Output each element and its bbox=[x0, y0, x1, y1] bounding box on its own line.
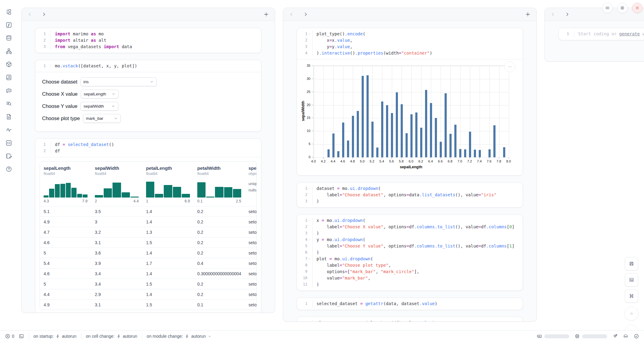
code-editor[interactable]: 1plot_type = getattr(alt.Chart(df), plot… bbox=[297, 317, 523, 322]
dropdown-choose-x-value[interactable]: sepalLength bbox=[81, 90, 119, 98]
dropdown-choose-dataset[interactable]: iris bbox=[80, 77, 157, 86]
sidebar-packages-button[interactable] bbox=[4, 60, 13, 69]
code-line[interactable]: 2 x=x.value, bbox=[297, 37, 519, 44]
add-cell-icon[interactable] bbox=[263, 11, 269, 17]
code-editor[interactable]: 1df = selected_dataset()2df bbox=[35, 139, 261, 157]
column-prev-icon[interactable] bbox=[289, 12, 294, 17]
code-line[interactable]: 1 Start coding or generate with AI. bbox=[559, 31, 644, 37]
column-header-petalLength[interactable]: petalLengthfloat6416.9 bbox=[142, 162, 194, 206]
save-button[interactable] bbox=[625, 257, 638, 270]
menu-button[interactable] bbox=[602, 3, 613, 13]
code-line[interactable]: 1df = selected_dataset() bbox=[35, 141, 257, 148]
code-line[interactable]: 2 label="Choose dataset", options=data.l… bbox=[297, 192, 519, 198]
code-line[interactable]: 3from vega_datasets import data bbox=[35, 44, 257, 50]
code-line[interactable]: 3) bbox=[297, 198, 519, 205]
code-editor[interactable]: 1plot_type().encode(2 x=x.value,3 y=y.va… bbox=[297, 28, 523, 59]
code-line[interactable]: 4y = mo.ui.dropdown( bbox=[297, 237, 519, 243]
code-editor[interactable]: 1 Start coding or generate with AI. bbox=[559, 28, 644, 40]
table-row[interactable]: 4.93.11.50.1setosa bbox=[40, 299, 257, 310]
column-prev-icon[interactable] bbox=[27, 12, 33, 17]
fold-chevron-icon[interactable] bbox=[308, 187, 311, 190]
fold-chevron-icon[interactable] bbox=[308, 257, 311, 261]
sidebar-scratchpad-button[interactable] bbox=[4, 151, 13, 161]
code-line[interactable]: 2df bbox=[35, 148, 257, 154]
sidebar-file-tree-button[interactable] bbox=[4, 7, 13, 16]
table-row[interactable]: 4.63.11.50.2setosa bbox=[40, 237, 257, 248]
code-line[interactable]: 10 value="mark_bar", bbox=[297, 275, 519, 281]
code-line[interactable]: 8 label="Choose plot type", bbox=[297, 262, 519, 269]
dropdown-choose-y-value[interactable]: sepalWidth bbox=[80, 102, 118, 111]
column-header-petalWidth[interactable]: petalWidthfloat640.12.5 bbox=[194, 162, 245, 206]
code-editor[interactable]: 1mo.vstack([dataset, x, y, plot]) bbox=[35, 60, 261, 72]
ai-assist-button[interactable] bbox=[612, 333, 618, 339]
code-line[interactable]: 2 label="Choose X value", options=df.col… bbox=[297, 224, 519, 230]
code-editor[interactable]: 1x = mo.ui.dropdown(2 label="Choose X va… bbox=[297, 215, 523, 290]
code-line[interactable]: 1import marimo as mo bbox=[35, 31, 257, 37]
sidebar-datasources-button[interactable] bbox=[4, 34, 13, 43]
sidebar-help-button[interactable] bbox=[4, 165, 13, 174]
column-header-sepalLength[interactable]: sepalLengthfloat644.37.9 bbox=[40, 162, 91, 206]
code-line[interactable]: 3 y=y.value, bbox=[297, 44, 519, 50]
sidebar-documentation-button[interactable] bbox=[4, 73, 13, 82]
shutdown-button[interactable] bbox=[632, 3, 642, 13]
code-line[interactable]: 3) bbox=[297, 230, 519, 237]
copilot-button[interactable] bbox=[623, 333, 628, 339]
add-cell-icon[interactable] bbox=[525, 11, 531, 17]
line-number: 1 bbox=[297, 31, 313, 37]
column-next-icon[interactable] bbox=[564, 12, 570, 17]
code-line[interactable]: 9 options=["mark_bar", "mark_circle"], bbox=[297, 269, 519, 275]
table-row[interactable]: 5.13.51.40.2setosa bbox=[40, 206, 257, 216]
code-line[interactable]: 4).interactive().properties(width="conta… bbox=[297, 50, 519, 56]
sidebar-snippets-button[interactable] bbox=[4, 112, 13, 121]
code-line[interactable]: 1mo.vstack([dataset, x, y, plot]) bbox=[35, 63, 257, 69]
column-next-icon[interactable] bbox=[41, 12, 47, 17]
code-line[interactable]: 2import altair as alt bbox=[35, 37, 257, 44]
layout-button[interactable] bbox=[625, 273, 638, 287]
errors-button[interactable]: 0 bbox=[5, 333, 14, 339]
code-line[interactable]: 1plot_type = getattr(alt.Chart(df), plot… bbox=[297, 320, 519, 322]
code-line[interactable]: 7plot = mo.ui.dropdown( bbox=[297, 256, 519, 262]
table-row[interactable]: 5.43.91.70.4setosa bbox=[40, 258, 257, 268]
sidebar-tracing-button[interactable] bbox=[4, 125, 13, 134]
table-row[interactable]: 4.42.91.40.2setosa bbox=[40, 289, 257, 299]
column-header-species[interactable]: speciesobjectunique:nulls: bbox=[245, 162, 257, 206]
code-line[interactable]: 1dataset = mo.ui.dropdown( bbox=[297, 185, 519, 192]
sidebar-logs-button[interactable] bbox=[4, 99, 13, 108]
table-row[interactable]: 53.41.50.2setosa bbox=[40, 279, 257, 289]
fold-chevron-icon[interactable] bbox=[308, 219, 311, 222]
stop-button[interactable] bbox=[624, 307, 639, 321]
column-next-icon[interactable] bbox=[303, 12, 308, 17]
sidebar-dependencies-button[interactable] bbox=[4, 47, 13, 56]
terminal-button[interactable] bbox=[19, 333, 24, 339]
code-editor[interactable]: 1selected_dataset = getattr(data, datase… bbox=[297, 298, 523, 310]
fold-chevron-icon[interactable] bbox=[308, 32, 311, 36]
shortcuts-button[interactable] bbox=[625, 289, 638, 303]
chart-plot-area[interactable] bbox=[313, 66, 509, 158]
connection-status-button[interactable] bbox=[634, 333, 639, 339]
dropdown-choose-plot-type[interactable]: mark_bar bbox=[83, 114, 121, 123]
code-editor[interactable]: 1import marimo as mo2import altair as al… bbox=[35, 28, 261, 53]
sidebar-ai-chat-button[interactable] bbox=[4, 86, 13, 95]
code-line[interactable]: 1x = mo.ui.dropdown( bbox=[297, 217, 519, 224]
table-row[interactable]: 53.61.40.2setosa bbox=[40, 248, 257, 258]
settings-button[interactable] bbox=[617, 3, 628, 13]
sidebar-code-block-button[interactable] bbox=[4, 138, 13, 148]
table-row[interactable]: 4.931.40.2setosa bbox=[40, 216, 257, 227]
fold-chevron-icon[interactable] bbox=[308, 238, 311, 241]
generate-with-ai-link[interactable]: generate bbox=[619, 31, 640, 36]
autorun-setting[interactable]: on cell change:autorun bbox=[86, 334, 137, 339]
sidebar-functions-button[interactable] bbox=[4, 20, 13, 30]
autorun-setting[interactable]: on startup:autorun bbox=[34, 334, 77, 339]
chart-actions-button[interactable] bbox=[504, 61, 515, 72]
column-header-sepalWidth[interactable]: sepalWidthfloat6424.4 bbox=[91, 162, 142, 206]
table-row[interactable]: 4.73.21.30.2setosa bbox=[40, 227, 257, 237]
code-line[interactable]: 6) bbox=[297, 249, 519, 256]
code-line[interactable]: 11) bbox=[297, 281, 519, 288]
code-editor[interactable]: 1dataset = mo.ui.dropdown(2 label="Choos… bbox=[297, 183, 523, 207]
table-row[interactable]: 4.63.41.40.30000000000000004setosa bbox=[40, 268, 257, 279]
code-line[interactable]: 5 label="Choose Y value", options=df.col… bbox=[297, 243, 519, 249]
code-line[interactable]: 1selected_dataset = getattr(data, datase… bbox=[297, 301, 519, 307]
code-line[interactable]: 1plot_type().encode( bbox=[297, 31, 519, 37]
column-prev-icon[interactable] bbox=[550, 12, 556, 17]
autorun-setting[interactable]: on module change:autorun bbox=[147, 334, 212, 339]
